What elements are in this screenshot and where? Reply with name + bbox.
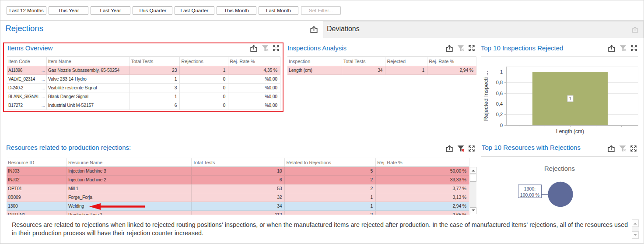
- svg-text:0,4: 0,4: [496, 101, 503, 106]
- svg-text:1: 1: [500, 69, 503, 74]
- svg-text:1: 1: [569, 96, 572, 101]
- svg-text:0,2: 0,2: [496, 112, 503, 117]
- svg-text:0: 0: [500, 123, 503, 128]
- svg-text:Length (cm): Length (cm): [556, 128, 584, 134]
- svg-text:Rejected Inspecti ...: Rejected Inspecti ...: [483, 71, 489, 121]
- svg-text:0,8: 0,8: [496, 80, 503, 85]
- svg-text:0,6: 0,6: [496, 91, 503, 96]
